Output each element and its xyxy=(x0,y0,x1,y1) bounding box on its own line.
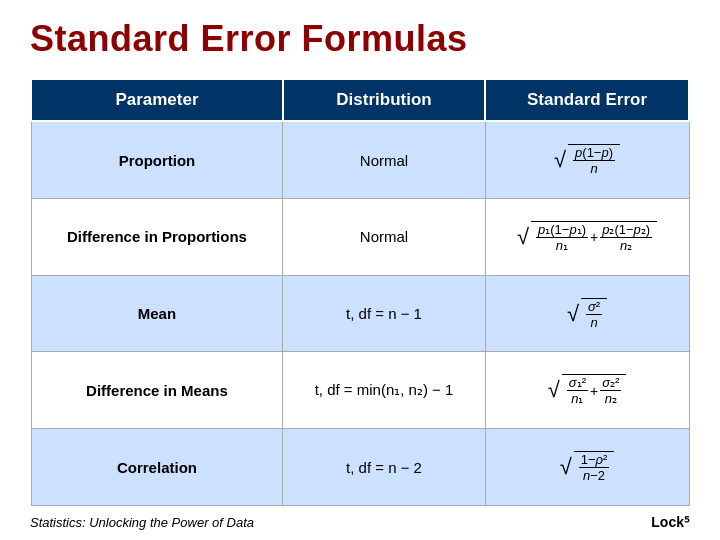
se-diff-means: √ σ₁² n₁ + σ₂² n₂ xyxy=(485,352,689,429)
table-row: Mean t, df = n − 1 √ σ² n xyxy=(31,275,689,352)
se-diff-proportions: √ p₁(1−p₁) n₁ + p₂(1−p₂) n₂ xyxy=(485,199,689,276)
table-row: Proportion Normal √ p(1−p) n xyxy=(31,121,689,199)
se-correlation: √ 1−ρ² n−2 xyxy=(485,429,689,506)
table-row: Correlation t, df = n − 2 √ 1−ρ² n−2 xyxy=(31,429,689,506)
param-mean: Mean xyxy=(31,275,283,352)
param-diff-proportions: Difference in Proportions xyxy=(31,199,283,276)
formula-proportion: √ p(1−p) n xyxy=(554,144,620,176)
table-row: Difference in Proportions Normal √ p₁(1−… xyxy=(31,199,689,276)
dist-proportion: Normal xyxy=(283,121,485,199)
formula-diff-means: √ σ₁² n₁ + σ₂² n₂ xyxy=(548,374,627,406)
dist-diff-means: t, df = min(n₁, n₂) − 1 xyxy=(283,352,485,429)
formula-mean: √ σ² n xyxy=(567,298,607,330)
se-mean: √ σ² n xyxy=(485,275,689,352)
dist-diff-proportions: Normal xyxy=(283,199,485,276)
param-correlation: Correlation xyxy=(31,429,283,506)
col-header-parameter: Parameter xyxy=(31,79,283,121)
page-title: Standard Error Formulas xyxy=(30,18,690,60)
col-header-se: Standard Error xyxy=(485,79,689,121)
formula-diff-proportions: √ p₁(1−p₁) n₁ + p₂(1−p₂) n₂ xyxy=(517,221,657,253)
formula-correlation: √ 1−ρ² n−2 xyxy=(560,451,615,483)
formulas-table: Parameter Distribution Standard Error Pr… xyxy=(30,78,690,506)
param-proportion: Proportion xyxy=(31,121,283,199)
footer: Statistics: Unlocking the Power of Data … xyxy=(30,514,690,530)
footer-right: Lock⁵ xyxy=(651,514,690,530)
table-row: Difference in Means t, df = min(n₁, n₂) … xyxy=(31,352,689,429)
se-proportion: √ p(1−p) n xyxy=(485,121,689,199)
param-diff-means: Difference in Means xyxy=(31,352,283,429)
page-container: Standard Error Formulas Parameter Distri… xyxy=(0,0,720,540)
footer-left: Statistics: Unlocking the Power of Data xyxy=(30,515,254,530)
col-header-distribution: Distribution xyxy=(283,79,485,121)
dist-mean: t, df = n − 1 xyxy=(283,275,485,352)
dist-correlation: t, df = n − 2 xyxy=(283,429,485,506)
